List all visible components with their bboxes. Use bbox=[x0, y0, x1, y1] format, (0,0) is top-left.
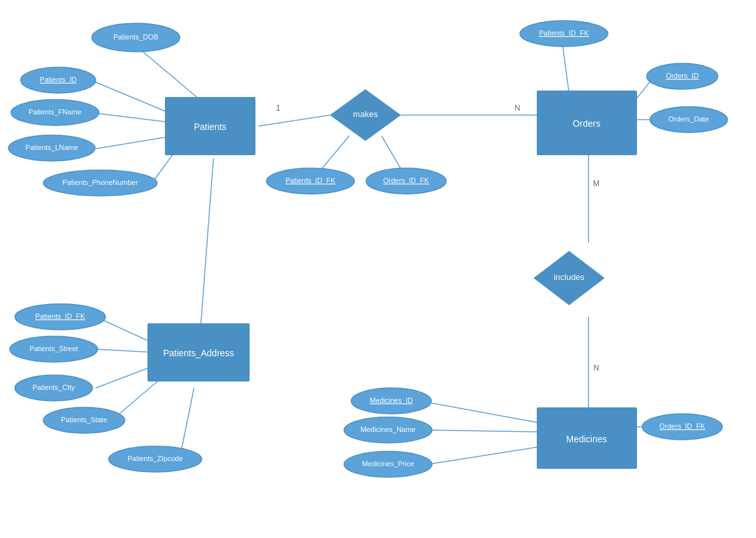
attr-patients-city-label: Patients_CIty bbox=[32, 383, 75, 391]
cardinality-1: 1 bbox=[276, 103, 281, 113]
relationship-includes-label: includes bbox=[554, 272, 585, 282]
svg-line-14 bbox=[200, 158, 213, 330]
attr-orders-date-label: Orders_Date bbox=[669, 115, 709, 123]
attr-patients-id-fk-orders-label: Patients_ID_FK bbox=[539, 29, 589, 37]
entity-patients-address-label: Patients_Address bbox=[163, 348, 234, 358]
cardinality-m: M bbox=[593, 179, 599, 188]
svg-line-17 bbox=[96, 365, 155, 388]
svg-line-9 bbox=[563, 45, 569, 94]
attr-patients-state-label: Patients_State bbox=[61, 416, 107, 424]
attr-patients-id-label: Patients_ID bbox=[40, 76, 77, 83]
attr-medicines-name-label: Medicines_Name bbox=[361, 425, 416, 433]
cardinality-n-makes: N bbox=[515, 103, 521, 113]
attr-patients-id-fk-addr-label: Patients_ID_FK bbox=[35, 312, 85, 320]
attr-orders-id-label: Orders_ID bbox=[666, 72, 699, 80]
svg-line-20 bbox=[427, 402, 543, 424]
attr-patients-id-fk-makes-label: Patients_ID_FK bbox=[285, 177, 336, 184]
attr-patients-phone-label: Patients_PhoneNumber bbox=[63, 178, 138, 186]
svg-line-21 bbox=[428, 430, 543, 432]
attr-orders-id-fk-makes-label: Orders_ID_FK bbox=[383, 177, 430, 184]
attr-medicines-price-label: Medicines_Price bbox=[362, 460, 415, 468]
relationship-makes-label: makes bbox=[353, 109, 378, 119]
svg-line-16 bbox=[96, 349, 155, 352]
svg-line-2 bbox=[95, 113, 175, 123]
svg-line-15 bbox=[96, 317, 155, 344]
entity-medicines-label: Medicines bbox=[566, 434, 607, 444]
entity-patients-label: Patients bbox=[194, 122, 227, 132]
svg-line-19 bbox=[180, 388, 194, 458]
attr-patients-dob-label: Patients_DOB bbox=[113, 33, 158, 41]
svg-line-1 bbox=[92, 81, 175, 115]
attr-patients-street-label: Patients_Street bbox=[29, 345, 78, 352]
svg-line-18 bbox=[113, 375, 165, 419]
svg-line-0 bbox=[139, 48, 200, 100]
svg-line-4 bbox=[152, 152, 175, 183]
attr-patients-fname-label: Patients_FName bbox=[28, 108, 81, 116]
entity-orders-label: Orders bbox=[573, 118, 601, 129]
svg-line-5 bbox=[259, 115, 330, 126]
attr-patients-lname-label: Patients_LName bbox=[25, 144, 78, 151]
svg-line-3 bbox=[96, 136, 175, 149]
svg-line-22 bbox=[428, 446, 543, 464]
attr-orders-id-fk-med-label: Orders_ID_FK bbox=[660, 422, 706, 430]
er-diagram: 1 N M N Patients Orders Patients_Address… bbox=[0, 0, 756, 538]
attr-patients-zipcode-label: Patients_ZIpcode bbox=[127, 455, 183, 462]
cardinality-n-includes: N bbox=[594, 363, 599, 372]
attr-medicines-id-label: Medicines_ID bbox=[370, 396, 413, 404]
